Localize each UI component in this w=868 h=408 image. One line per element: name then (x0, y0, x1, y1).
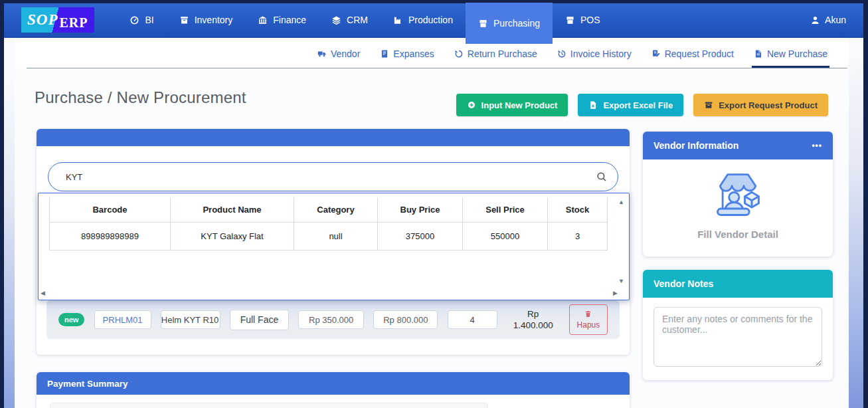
factory-icon (393, 15, 403, 25)
nav-item-bi[interactable]: BI (117, 3, 166, 37)
store-icon (478, 19, 488, 29)
col-barcode: Barcode (50, 197, 171, 222)
cell-stock: 3 (548, 222, 608, 250)
item-total-currency: Rp (507, 308, 560, 320)
layers-icon (331, 15, 341, 25)
subnav-label: New Purchase (767, 49, 827, 59)
history-icon (557, 49, 566, 58)
item-code-input[interactable] (94, 310, 151, 329)
input-new-product-button[interactable]: Input New Product (456, 94, 568, 116)
delete-item-button[interactable]: Hapus (569, 304, 608, 335)
cell-category: null (294, 222, 378, 250)
file-excel-icon (588, 100, 598, 110)
truck-icon (317, 49, 327, 58)
account-label: Akun (825, 15, 846, 25)
col-stock: Stock (548, 197, 608, 222)
item-name-input[interactable] (161, 310, 220, 329)
top-navbar: SOP ERP BI Inventory Finance CRM Pro (4, 3, 863, 38)
nav-item-inventory[interactable]: Inventory (167, 3, 246, 37)
subnav-invoice-history[interactable]: Invoice History (557, 39, 632, 68)
payment-summary-field-peek (50, 403, 488, 408)
cell-buy-price: 375000 (378, 222, 463, 250)
item-total: Rp 1.400.000 (507, 308, 560, 331)
payment-summary-title: Payment Summary (47, 379, 128, 389)
vendor-notes-header: Vendor Notes (643, 270, 833, 298)
vendor-notes-textarea[interactable] (653, 307, 822, 367)
scroll-left-arrow[interactable]: ◀ (41, 290, 45, 296)
account-menu[interactable]: Akun (810, 15, 846, 25)
nav-item-label: POS (580, 15, 600, 25)
search-icon[interactable] (596, 171, 608, 183)
col-sell-price: Sell Price (463, 197, 548, 222)
subnav-new-purchase[interactable]: New Purchase (754, 39, 827, 68)
main-menu: BI Inventory Finance CRM Production Purc… (117, 3, 612, 37)
subnav-label: Return Purchase (468, 49, 537, 59)
col-category: Category (294, 197, 378, 222)
app-logo: SOP ERP (21, 7, 94, 33)
storefront-icon (711, 170, 764, 221)
purchasing-subnav: Vendor Expanses Return Purchase Invoice … (15, 39, 849, 68)
nav-item-crm[interactable]: CRM (319, 3, 381, 37)
undo-icon (454, 49, 464, 58)
vendor-information-title: Vendor Information (653, 140, 738, 151)
vendor-information-header: Vendor Information ••• (643, 132, 833, 159)
scroll-right-arrow[interactable]: ▶ (613, 290, 618, 296)
button-label: Export Request Product (719, 100, 818, 110)
nav-item-label: BI (145, 15, 153, 25)
vendor-notes-card: Vendor Notes (643, 270, 833, 380)
nav-item-label: Inventory (195, 15, 233, 25)
item-buy-price-input[interactable] (298, 310, 364, 329)
subnav-expanses[interactable]: Expanses (380, 39, 434, 68)
new-badge: new (58, 313, 84, 326)
store-icon (565, 15, 575, 25)
archive-icon (179, 15, 189, 25)
export-excel-button[interactable]: Export Excel File (578, 94, 683, 116)
file-pen-icon (651, 49, 661, 58)
subnav-vendor[interactable]: Vendor (317, 39, 360, 68)
nav-item-purchasing[interactable]: Purchasing (466, 3, 553, 44)
product-search-input[interactable] (48, 162, 618, 191)
vendor-empty-text: Fill Vendor Detail (697, 229, 778, 240)
content-area: Vendor Expanses Return Purchase Invoice … (15, 39, 849, 408)
vendor-notes-body (643, 298, 833, 379)
scroll-up-arrow[interactable]: ▲ (618, 199, 624, 205)
logo-sop-text: SOP (27, 11, 58, 29)
item-sell-price-input[interactable] (373, 310, 438, 329)
item-qty-input[interactable] (448, 310, 497, 329)
table-row[interactable]: 898989898989 KYT Galaxy Flat null 375000… (50, 222, 608, 250)
nav-item-finance[interactable]: Finance (245, 3, 319, 37)
product-search (48, 162, 618, 191)
nav-item-pos[interactable]: POS (553, 3, 613, 37)
user-icon (810, 15, 820, 25)
cash-box-icon (704, 100, 713, 110)
app-window: SOP ERP BI Inventory Finance CRM Pro (4, 3, 863, 408)
payment-summary-header: Payment Summary (37, 372, 630, 395)
purchase-card-header (37, 129, 630, 146)
subnav-label: Request Product (665, 49, 734, 59)
col-product-name: Product Name (171, 197, 294, 222)
table-header-row: Barcode Product Name Category Buy Price … (50, 197, 608, 222)
subnav-label: Invoice History (570, 49, 632, 59)
subnav-request-product[interactable]: Request Product (651, 39, 734, 68)
cell-barcode: 898989898989 (50, 222, 171, 250)
nav-item-production[interactable]: Production (381, 3, 466, 37)
button-label: Input New Product (481, 100, 558, 110)
main-panel: Purchase / New Procurement Input New Pro… (15, 68, 849, 408)
export-request-product-button[interactable]: Export Request Product (693, 94, 828, 116)
nav-item-label: CRM (347, 15, 368, 25)
scroll-down-arrow[interactable]: ▼ (618, 278, 624, 284)
payment-summary-card: Payment Summary (37, 372, 630, 408)
product-lookup-dropdown: Barcode Product Name Category Buy Price … (38, 193, 630, 300)
col-buy-price: Buy Price (378, 197, 463, 222)
tachometer-icon (130, 15, 139, 25)
nav-item-label: Finance (273, 15, 306, 25)
file-icon (754, 49, 763, 58)
vendor-information-body: Fill Vendor Detail (643, 159, 833, 240)
item-category-input[interactable] (230, 310, 289, 330)
vendor-notes-title: Vendor Notes (653, 278, 713, 289)
cell-product-name: KYT Galaxy Flat (171, 222, 294, 250)
product-lookup-table: Barcode Product Name Category Buy Price … (49, 197, 608, 251)
delete-item-label: Hapus (577, 320, 600, 330)
ellipsis-menu-icon[interactable]: ••• (812, 141, 822, 150)
logo-erp-text: ERP (59, 15, 88, 31)
